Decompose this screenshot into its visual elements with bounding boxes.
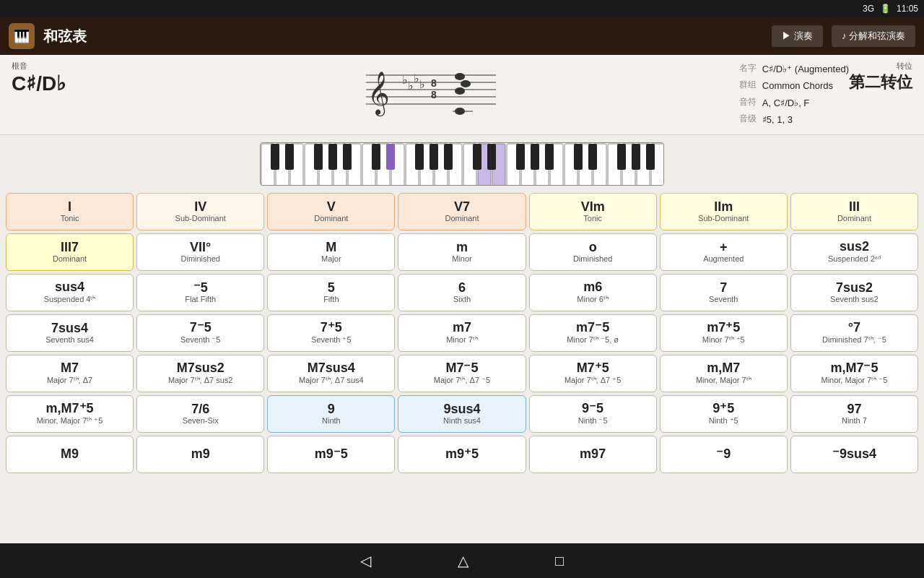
app-icon: 🎹 bbox=[9, 23, 35, 49]
svg-rect-57 bbox=[516, 144, 525, 170]
chord-cell[interactable]: °7Diminished 7ᵗʰ, ⁻5 bbox=[790, 314, 918, 352]
chord-cell[interactable]: 5Fifth bbox=[267, 274, 395, 311]
svg-text:𝄞: 𝄞 bbox=[367, 72, 390, 117]
chord-cell-type: Dominant bbox=[53, 254, 87, 263]
recents-button[interactable]: □ bbox=[555, 553, 564, 569]
chord-cell[interactable]: III7Dominant bbox=[6, 233, 134, 271]
back-button[interactable]: ◁ bbox=[360, 552, 371, 569]
arpeggio-button[interactable]: ♪ 分解和弦演奏 bbox=[832, 25, 915, 47]
chord-cell-name: VIm bbox=[581, 200, 605, 215]
chord-cell[interactable]: MMajor bbox=[267, 233, 395, 271]
chord-cell-type: Ninth ⁻5 bbox=[578, 416, 608, 426]
chord-cell-type: Sub-Dominant bbox=[175, 214, 226, 223]
chord-cell[interactable]: M7sus2Major 7ᵗʰ, Δ7 sus2 bbox=[136, 355, 264, 392]
chord-cell[interactable]: oDiminished bbox=[529, 233, 657, 271]
chord-row: 7sus4Seventh sus47⁻5Seventh ⁻57⁺5Seventh… bbox=[6, 314, 918, 352]
svg-point-16 bbox=[455, 108, 465, 115]
svg-text:♭: ♭ bbox=[402, 74, 408, 86]
chord-cell[interactable]: 9⁻5Ninth ⁻5 bbox=[529, 395, 657, 433]
chord-cell[interactable]: ITonic bbox=[6, 193, 134, 230]
chord-cell-name: m,M7⁻5 bbox=[830, 361, 878, 376]
chord-cell[interactable]: IIIDominant bbox=[790, 193, 918, 230]
chord-cell-name: 7⁻5 bbox=[190, 321, 212, 335]
chord-cell-name: 7sus2 bbox=[836, 281, 873, 296]
chord-cell[interactable]: m,M7Minor, Major 7ᵗʰ bbox=[660, 355, 788, 392]
chord-cell[interactable]: m,M7⁺5Minor, Major 7ᵗʰ ⁺5 bbox=[6, 395, 134, 433]
chord-cell-name: 9sus4 bbox=[443, 402, 480, 417]
chord-cell[interactable]: m7Minor 7ᵗʰ bbox=[398, 314, 526, 352]
chord-cell-name: III bbox=[849, 200, 860, 215]
chord-cell[interactable]: 97Ninth 7 bbox=[790, 395, 918, 433]
chord-cell[interactable]: VDominant bbox=[267, 193, 395, 230]
chord-cell-type: Diminished bbox=[573, 254, 612, 263]
chord-cell-name: m7⁺5 bbox=[707, 321, 740, 335]
chord-cell[interactable]: m9 bbox=[136, 436, 264, 473]
chord-cell[interactable]: M7⁺5Major 7ᵗʰ, Δ7 ⁺5 bbox=[529, 355, 657, 392]
inversion-value: 第二转位 bbox=[849, 72, 912, 93]
chord-cell[interactable]: m9⁺5 bbox=[398, 436, 526, 473]
chord-cell-name: M7⁺5 bbox=[577, 361, 609, 376]
chord-cell[interactable]: 6Sixth bbox=[398, 274, 526, 311]
home-button[interactable]: △ bbox=[458, 552, 468, 569]
svg-point-13 bbox=[461, 80, 471, 87]
chord-cell[interactable]: 7Seventh bbox=[660, 274, 788, 311]
chord-cell[interactable]: M7sus4Major 7ᵗʰ, Δ7 sus4 bbox=[267, 355, 395, 392]
chord-cell[interactable]: m,M7⁻5Minor, Major 7ᵗʰ ⁻5 bbox=[790, 355, 918, 392]
chord-cell-name: 5 bbox=[328, 281, 335, 296]
chord-cell[interactable]: m97 bbox=[529, 436, 657, 473]
play-button[interactable]: ▶ 演奏 bbox=[772, 25, 823, 47]
chord-cell[interactable]: ⁻9 bbox=[660, 436, 788, 473]
chord-cell[interactable]: 9⁺5Ninth ⁺5 bbox=[660, 395, 788, 433]
app-title: 和弦表 bbox=[43, 27, 763, 46]
chord-cell-name: m9 bbox=[191, 447, 210, 462]
chord-cell[interactable]: ⁻9sus4 bbox=[790, 436, 918, 473]
chord-cell[interactable]: 9Ninth bbox=[267, 395, 395, 433]
chord-cell[interactable]: m7⁻5Minor 7ᵗʰ ⁻5, ø bbox=[529, 314, 657, 352]
chord-cell[interactable]: sus4Suspended 4ᵗʰ bbox=[6, 274, 134, 311]
piano-keyboard[interactable]: // Generated inline via the rendering sc… bbox=[260, 142, 664, 186]
piano-container: // Generated inline via the rendering sc… bbox=[0, 135, 924, 190]
chord-cell-name: 7⁺5 bbox=[321, 321, 342, 335]
chord-cell-type: Seven-Six bbox=[183, 416, 219, 425]
chord-cell[interactable]: +Augmented bbox=[660, 233, 788, 271]
chord-cell[interactable]: VImTonic bbox=[529, 193, 657, 230]
chord-cell-type: Major 7ᵗʰ, Δ7 ⁻5 bbox=[434, 376, 490, 385]
chord-cell[interactable]: 9sus4Ninth sus4 bbox=[398, 395, 526, 433]
chord-cell-name: VII° bbox=[190, 241, 211, 255]
svg-rect-52 bbox=[415, 144, 424, 170]
svg-rect-62 bbox=[617, 144, 626, 170]
chord-cell[interactable]: IVSub-Dominant bbox=[136, 193, 264, 230]
chord-cell[interactable]: 7⁺5Seventh ⁺5 bbox=[267, 314, 395, 352]
chord-cell[interactable]: M7⁻5Major 7ᵗʰ, Δ7 ⁻5 bbox=[398, 355, 526, 392]
chord-cell[interactable]: 7sus4Seventh sus4 bbox=[6, 314, 134, 352]
chord-cell-type: Ninth ⁺5 bbox=[709, 416, 738, 426]
chord-cell-name: sus4 bbox=[55, 280, 84, 295]
chord-cell[interactable]: mMinor bbox=[398, 233, 526, 271]
chord-cell[interactable]: m7⁺5Minor 7ᵗʰ ⁺5 bbox=[660, 314, 788, 352]
chord-cell[interactable]: 7sus2Seventh sus2 bbox=[790, 274, 918, 311]
chord-cell[interactable]: VII°Diminished bbox=[136, 233, 264, 271]
chord-cell[interactable]: ⁻5Flat Fifth bbox=[136, 274, 264, 311]
chord-cell[interactable]: sus2Suspended 2ⁿᵈ bbox=[790, 233, 918, 271]
nav-bar: ◁ △ □ bbox=[0, 543, 924, 578]
chord-cell[interactable]: m9⁻5 bbox=[267, 436, 395, 473]
chord-row: sus4Suspended 4ᵗʰ⁻5Flat Fifth5Fifth6Sixt… bbox=[6, 274, 918, 311]
chord-cell[interactable]: 7/6Seven-Six bbox=[136, 395, 264, 433]
chord-cell-type: Dominant bbox=[445, 214, 479, 223]
chord-cell[interactable]: M7Major 7ᵗʰ, Δ7 bbox=[6, 355, 134, 392]
chord-cell-name: m9⁺5 bbox=[445, 447, 479, 462]
chord-group-value: Common Chords bbox=[762, 77, 833, 94]
svg-rect-59 bbox=[545, 144, 554, 170]
chord-cell[interactable]: M9 bbox=[6, 436, 134, 473]
chord-row: M7Major 7ᵗʰ, Δ7M7sus2Major 7ᵗʰ, Δ7 sus2M… bbox=[6, 355, 918, 392]
chord-cell[interactable]: m6Minor 6ᵗʰ bbox=[529, 274, 657, 311]
chord-cell[interactable]: IImSub-Dominant bbox=[660, 193, 788, 230]
chord-cell-name: 9⁺5 bbox=[712, 402, 734, 416]
inversion-section: 转位 第二转位 bbox=[849, 61, 912, 93]
chord-cell[interactable]: V7Dominant bbox=[398, 193, 526, 230]
chord-cell-type: Major 7ᵗʰ, Δ7 ⁺5 bbox=[565, 376, 621, 385]
chord-cell-name: M9 bbox=[61, 447, 79, 462]
chord-cell[interactable]: 7⁻5Seventh ⁻5 bbox=[136, 314, 264, 352]
signal-indicator: 3G bbox=[863, 4, 874, 14]
svg-rect-45 bbox=[271, 144, 279, 170]
